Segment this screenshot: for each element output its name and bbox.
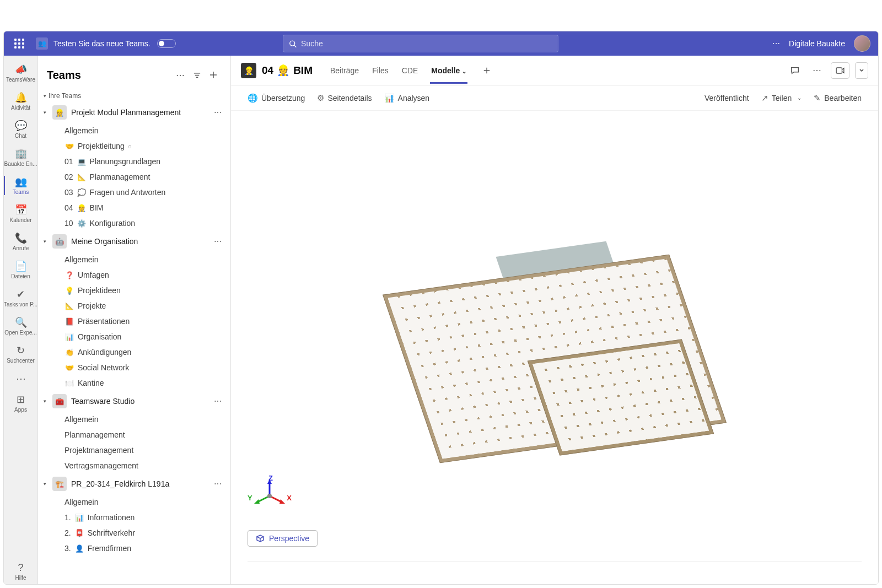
rail-item-openexp[interactable]: 🔍Open Expe... [4,313,37,339]
teams-more-icon[interactable]: ⋯ [172,67,189,83]
channel-item[interactable]: 03💭Fragen und Antworten [38,185,230,200]
translate-button[interactable]: 🌐Übersetzung [248,93,305,103]
channel-item[interactable]: 10⚙️Konfiguration [38,215,230,231]
teams-logo-icon: 👥 [36,37,48,50]
channel-prefix: 01 [64,157,73,166]
conversation-icon[interactable] [787,62,803,79]
channel-item[interactable]: Allgemein [38,494,230,510]
private-icon: ⌂ [128,143,132,149]
channel-item[interactable]: 📐Projekte [38,298,230,314]
channel-item[interactable]: 04👷BIM [38,200,230,215]
rail-item-calendar[interactable]: 📅Kalender [4,201,37,226]
channel-prefix: 1. [64,513,71,522]
rail-item-activity[interactable]: 🔔Aktivität [4,88,37,114]
top-more-icon[interactable]: ⋯ [772,39,780,48]
team-more-icon[interactable]: ⋯ [211,397,225,406]
channel-label: Organisation [78,332,121,341]
app-launcher-icon[interactable] [12,36,27,51]
channel-label: Projektmanagement [64,446,133,455]
your-teams-label[interactable]: Ihre Teams [38,90,230,102]
search-input[interactable] [301,39,552,48]
rail-item-calls[interactable]: 📞Anrufe [4,229,37,255]
rail-item-apps[interactable]: ⊞Apps [4,390,37,416]
channel-item[interactable]: 📕Präsentationen [38,314,230,329]
edit-button[interactable]: ✎Bearbeiten [814,93,862,103]
tab-beiträge[interactable]: Beiträge [324,57,365,84]
page-details-button[interactable]: ⚙Seitendetails [317,93,372,103]
try-new-teams-label: Testen Sie das neue Teams. [53,39,150,48]
rail-item-chat[interactable]: 💬Chat [4,116,37,142]
meet-dropdown[interactable] [855,62,868,79]
channel-item[interactable]: ❓Umfagen [38,267,230,283]
rail-label: Bauakte En... [4,161,37,167]
team-row[interactable]: 👷Projekt Modul Planmanagement⋯ [38,102,230,123]
channel-item[interactable]: Projektmanagement [38,443,230,458]
model-viewport[interactable]: Z Y X Perspective [231,111,878,584]
rail-item-bauakte[interactable]: 🏢Bauakte En... [4,144,37,170]
teams-icon: 👥 [15,176,27,188]
channel-item[interactable]: 💡Projektideen [38,283,230,298]
channel-label: Schriftverkehr [88,528,135,537]
tab-more-icon[interactable]: ⋯ [809,62,825,79]
channel-label: Umfagen [78,271,109,279]
channel-emoji-icon: 👏 [64,348,74,357]
channel-emoji-icon: ⚙️ [77,219,87,228]
team-avatar-icon: 🤖 [52,234,67,249]
team-row[interactable]: 🤖Meine Organisation⋯ [38,231,230,252]
channel-item[interactable]: Allgemein [38,123,230,138]
rail-item-search[interactable]: ↻Suchcenter [4,341,37,367]
teams-add-icon[interactable] [205,67,222,83]
team-name: Projekt Modul Planmanagement [71,108,206,117]
tab-files[interactable]: Files [365,57,395,84]
channel-item[interactable]: Allgemein [38,252,230,267]
rail-label: Anrufe [13,245,29,251]
channel-item[interactable]: 01💻Planungsgrundlagen [38,154,230,169]
perspective-button[interactable]: Perspective [248,530,318,547]
axis-z-label: Z [268,474,273,482]
channel-item[interactable]: 🍽️Kantine [38,375,230,391]
channel-item[interactable]: Allgemein [38,412,230,427]
teams-filter-icon[interactable] [189,67,205,83]
channel-item[interactable]: 🤝Social Network [38,360,230,375]
team-avatar-icon: 🏗️ [52,477,67,491]
tab-cde[interactable]: CDE [395,57,425,84]
teams-sidebar: Teams ⋯ Ihre Teams 👷Projekt Modul Planma… [38,56,231,584]
share-button[interactable]: ↗Teilen⌄ [761,93,802,103]
channel-item[interactable]: 👏Ankündigungen [38,344,230,360]
rail-item-more[interactable]: ⋯ [4,369,37,388]
rail-item-tasks[interactable]: ✔Tasks von P... [4,285,37,311]
search-icon [289,40,297,48]
channel-item[interactable]: Planmanagement [38,427,230,443]
top-bar: 👥 Testen Sie das neue Teams. ⋯ Digitale … [4,31,878,56]
rail-item-teamsware[interactable]: 📣TeamsWare [4,60,37,86]
search-box[interactable] [283,35,558,52]
add-tab-icon[interactable] [478,62,495,79]
channel-item[interactable]: Vertragsmanagement [38,458,230,473]
channel-item[interactable]: 🤝Projektleitung⌂ [38,138,230,154]
team-more-icon[interactable]: ⋯ [211,108,225,117]
channel-item[interactable]: 02📐Planmanagement [38,169,230,185]
user-avatar[interactable] [854,35,870,52]
channel-emoji-icon: 🤝 [64,364,74,372]
rail-item-files[interactable]: 📄Dateien [4,257,37,283]
team-more-icon[interactable]: ⋯ [211,237,225,246]
rail-item-help[interactable]: ?Hilfe [4,558,37,584]
team-row[interactable]: 🧰Teamsware Studio⋯ [38,391,230,412]
channel-item[interactable]: 3.👤Fremdfirmen [38,541,230,556]
channel-label: Kantine [78,379,104,387]
analytics-button[interactable]: 📊Analysen [384,93,430,103]
channel-item[interactable]: 📊Organisation [38,329,230,344]
channel-item[interactable]: 1.📊Informationen [38,510,230,525]
channel-item[interactable]: 2.📮Schriftverkehr [38,525,230,541]
axis-gizmo[interactable]: Z Y X [248,474,292,518]
account-name[interactable]: Digitale Bauakte [789,39,845,48]
team-row[interactable]: 🏗️PR_20-314_Feldkirch L191a⋯ [38,473,230,494]
channel-label: Fragen und Antworten [90,188,166,197]
try-new-teams-toggle[interactable] [157,39,176,48]
channel-tab-bar: 👷 04 👷 BIM BeiträgeFilesCDEModelle⌄ ⋯ [231,56,878,85]
axis-x-label: X [287,494,292,502]
meet-button[interactable] [831,62,849,79]
rail-item-teams[interactable]: 👥Teams [4,172,37,198]
tab-modelle[interactable]: Modelle⌄ [424,57,473,84]
team-more-icon[interactable]: ⋯ [211,479,225,488]
